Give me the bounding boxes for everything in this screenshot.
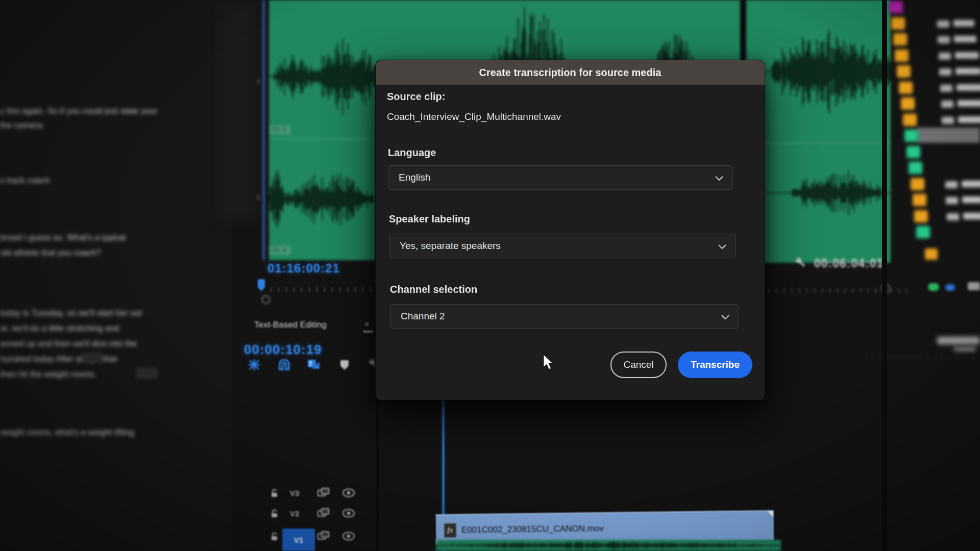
tab-text-based-editing[interactable]: Text-Based Editing	[254, 320, 327, 330]
channel-separator	[746, 143, 891, 143]
dialog-titlebar: Create transcription for source media	[376, 60, 765, 85]
channel-label: Ch. 4	[269, 246, 290, 255]
source-timecode[interactable]: 01:16:00:21	[267, 261, 340, 276]
transcribe-button[interactable]: Transcribe	[678, 352, 752, 378]
eye-icon[interactable]	[342, 488, 355, 497]
list-row-text-blur	[954, 36, 976, 42]
transcript-line[interactable]: weight rooms, what's a weight lifting	[0, 428, 134, 437]
clip-notch	[768, 511, 774, 517]
speaker-color-swatch	[914, 210, 928, 222]
transcript-timestamp-chip	[137, 368, 157, 378]
lock-icon[interactable]	[271, 532, 278, 541]
eye-icon[interactable]	[342, 509, 355, 518]
mini-ruler	[865, 355, 980, 360]
cancel-button[interactable]: Cancel	[610, 352, 667, 378]
channel-selection-value: Channel 2	[401, 311, 445, 322]
lock-icon[interactable]	[271, 489, 278, 498]
source-clip-value: Coach_Interview_Clip_Multichannel.wav	[387, 111, 561, 122]
audio-track-number: 1	[257, 194, 260, 201]
sequence-timecode-blur	[937, 337, 980, 344]
audio-clip-strip[interactable]	[436, 540, 781, 551]
lock-icon[interactable]	[271, 509, 278, 518]
mouse-cursor	[543, 354, 555, 370]
status-chip-gray	[968, 282, 980, 290]
right-panel-divider	[882, 0, 887, 551]
speaker-color-swatch	[891, 17, 905, 30]
color-swatch	[925, 248, 938, 260]
list-row-text-blur	[953, 20, 974, 27]
speaker-labeling-dropdown[interactable]: Yes, separate speakers	[389, 234, 736, 258]
list-row-text-blur	[962, 181, 980, 187]
list-row-icon	[946, 197, 958, 204]
speaker-color-swatch	[906, 146, 920, 158]
audio-track-number: 1	[257, 78, 260, 85]
language-dropdown[interactable]: English	[388, 165, 733, 190]
program-timecode[interactable]: 00:06:04:01	[814, 257, 884, 270]
sequence-subtext-blur	[953, 347, 976, 351]
create-transcription-dialog: Create transcription for source media So…	[375, 60, 765, 400]
chevron-down-icon	[715, 176, 723, 181]
snap-magnet-icon[interactable]	[278, 359, 290, 370]
list-row-icon	[947, 213, 959, 220]
list-row-icon	[938, 36, 950, 43]
language-label: Language	[388, 147, 436, 159]
track-label-v3[interactable]: V3	[290, 489, 299, 497]
channel-label: Ch. 3	[269, 126, 290, 134]
text-editing-timecode[interactable]: 00:00:10:19	[244, 342, 322, 358]
playhead-pin-icon[interactable]	[257, 279, 266, 293]
language-value: English	[399, 172, 430, 183]
sync-lock-icon[interactable]	[317, 508, 330, 518]
waveform-area-right[interactable]	[746, 0, 891, 263]
list-row-icon	[942, 117, 954, 124]
speaker-labeling-value: Yes, separate speakers	[400, 240, 501, 252]
chevron-down-icon	[721, 315, 729, 319]
speaker-color-swatch	[897, 65, 911, 78]
marker-shield-icon[interactable]	[339, 359, 350, 370]
list-row-icon	[941, 101, 953, 108]
speaker-color-swatch	[893, 33, 907, 45]
list-row-icon	[939, 68, 951, 76]
speaker-labeling-label: Speaker labeling	[389, 213, 470, 225]
filter-pauses-icon[interactable]	[248, 359, 260, 371]
list-row-text-blur	[963, 213, 980, 219]
sync-lock-icon[interactable]	[317, 488, 330, 498]
caption-tool-icon[interactable]	[307, 359, 321, 371]
transcript-line[interactable]: then hit the weight rooms.	[0, 369, 96, 379]
track-label-v1-text: V1	[294, 536, 303, 544]
clip-selection-edge	[262, 0, 265, 260]
dialog-title: Create transcription for source media	[479, 67, 662, 79]
list-row-icon	[945, 181, 958, 188]
speaker-color-swatch	[904, 130, 918, 142]
close-icon[interactable]: ×	[364, 319, 370, 330]
audio-waveform	[746, 0, 891, 263]
source-ruler[interactable]	[271, 287, 377, 292]
settings-wrench-icon[interactable]	[793, 255, 806, 268]
track-label-v1-selected[interactable]: V1	[282, 529, 315, 551]
speaker-color-swatch	[889, 1, 903, 13]
channel-selection-dropdown[interactable]: Channel 2	[390, 304, 739, 329]
speaker-swatch-panel	[887, 0, 980, 551]
speaker-color-swatch	[903, 114, 917, 126]
status-dot-green	[928, 283, 939, 291]
speaker-color-swatch	[899, 82, 913, 94]
list-row-text-blur	[955, 52, 979, 59]
speaker-color-swatch	[913, 194, 926, 206]
status-dot-blue	[945, 284, 955, 291]
transcript-line[interactable]: at, we'll do a little stretching and	[0, 323, 119, 333]
list-row-text-blur	[962, 196, 980, 203]
track-label-v2[interactable]: V2	[290, 509, 299, 518]
scrubber-dot-icon[interactable]	[261, 295, 271, 304]
speaker-color-swatch	[916, 226, 930, 238]
eye-icon[interactable]	[342, 532, 355, 541]
channel-selection-label: Channel selection	[390, 284, 477, 295]
transcript-line[interactable]: armed up and then we'll dive into the	[0, 339, 137, 348]
speaker-color-swatch	[901, 97, 915, 110]
sync-lock-icon[interactable]	[317, 531, 330, 541]
list-row-text-blur	[957, 84, 980, 91]
list-row-text-blur	[958, 116, 980, 123]
transcript-timestamp-chip	[82, 353, 102, 363]
audio-waveform	[436, 540, 781, 551]
chevron-down-icon	[718, 244, 726, 249]
list-row-text-blur	[955, 68, 980, 74]
scrollbar-nub[interactable]	[363, 331, 373, 333]
